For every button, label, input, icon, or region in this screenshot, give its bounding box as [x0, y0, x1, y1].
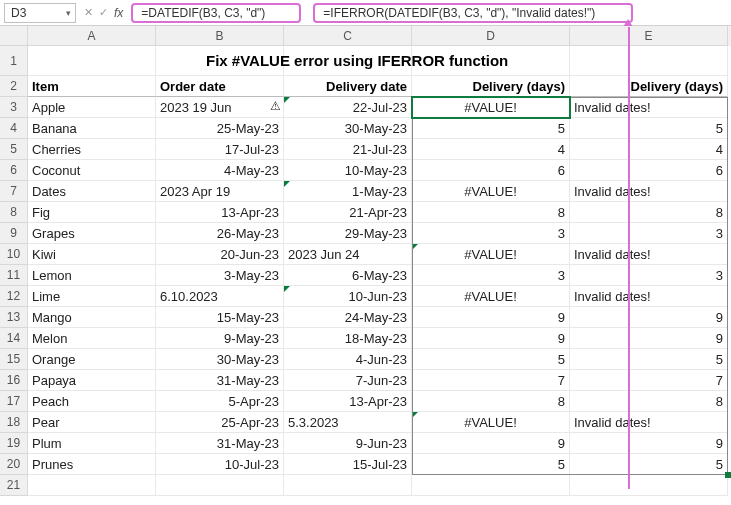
- cell-delivery-days-e[interactable]: 3: [570, 265, 728, 286]
- cell-delivery-date[interactable]: 29-May-23: [284, 223, 412, 244]
- row-header[interactable]: 7: [0, 181, 28, 202]
- cell-delivery-days-e[interactable]: 5: [570, 118, 728, 139]
- cell-item[interactable]: Fig: [28, 202, 156, 223]
- cell-delivery-days-d[interactable]: 5: [412, 349, 570, 370]
- cell-order-date[interactable]: [156, 475, 284, 496]
- cell-delivery-days-d[interactable]: #VALUE!: [412, 244, 570, 265]
- cell-item[interactable]: Orange: [28, 349, 156, 370]
- col-header-a[interactable]: A: [28, 26, 156, 46]
- cell-item[interactable]: Kiwi: [28, 244, 156, 265]
- col-header-e[interactable]: E: [570, 26, 728, 46]
- header-item[interactable]: Item: [28, 76, 156, 97]
- cell-delivery-date[interactable]: 24-May-23: [284, 307, 412, 328]
- cell-delivery-days-e[interactable]: [570, 475, 728, 496]
- row-header[interactable]: 18: [0, 412, 28, 433]
- cell-order-date[interactable]: 31-May-23: [156, 433, 284, 454]
- dropdown-icon[interactable]: ▾: [66, 8, 71, 18]
- cell-order-date[interactable]: 15-May-23: [156, 307, 284, 328]
- cell-delivery-days-d[interactable]: 9: [412, 328, 570, 349]
- cell-item[interactable]: Papaya: [28, 370, 156, 391]
- cell-delivery-days-e[interactable]: 6: [570, 160, 728, 181]
- row-header-2[interactable]: 2: [0, 76, 28, 97]
- row-header[interactable]: 19: [0, 433, 28, 454]
- cell-b1[interactable]: Fix #VALUE error using IFERROR function: [156, 46, 284, 76]
- cell-delivery-date[interactable]: 6-May-23: [284, 265, 412, 286]
- cancel-icon[interactable]: ✕: [84, 6, 93, 19]
- row-header[interactable]: 16: [0, 370, 28, 391]
- cell-delivery-days-e[interactable]: Invalid dates!: [570, 286, 728, 307]
- cell-order-date[interactable]: 4-May-23: [156, 160, 284, 181]
- header-delivery-days-d[interactable]: Delivery (days): [412, 76, 570, 97]
- cell-item[interactable]: Lime: [28, 286, 156, 307]
- cell-delivery-days-e[interactable]: 8: [570, 202, 728, 223]
- cell-order-date[interactable]: 26-May-23: [156, 223, 284, 244]
- cell-delivery-days-d[interactable]: #VALUE!: [412, 286, 570, 307]
- cell-delivery-days-e[interactable]: Invalid dates!: [570, 412, 728, 433]
- cell-delivery-date[interactable]: 2023 Jun 24: [284, 244, 412, 265]
- row-header[interactable]: 8: [0, 202, 28, 223]
- cell-delivery-days-d[interactable]: 9: [412, 433, 570, 454]
- cell-delivery-date[interactable]: 9-Jun-23: [284, 433, 412, 454]
- cell-item[interactable]: Melon: [28, 328, 156, 349]
- row-header[interactable]: 5: [0, 139, 28, 160]
- cell-order-date[interactable]: 13-Apr-23: [156, 202, 284, 223]
- cell-item[interactable]: Cherries: [28, 139, 156, 160]
- fx-icon[interactable]: fx: [114, 6, 123, 20]
- cell-delivery-days-d[interactable]: 5: [412, 454, 570, 475]
- cell-order-date[interactable]: 2023 Apr 19: [156, 181, 284, 202]
- cell-delivery-days-d[interactable]: 9: [412, 307, 570, 328]
- cell-delivery-date[interactable]: 10-May-23: [284, 160, 412, 181]
- cell-delivery-date[interactable]: 21-Jul-23: [284, 139, 412, 160]
- cell-delivery-date[interactable]: 21-Apr-23: [284, 202, 412, 223]
- cell-delivery-days-e[interactable]: Invalid dates!: [570, 97, 728, 118]
- cell-item[interactable]: Plum: [28, 433, 156, 454]
- cell-delivery-date[interactable]: 7-Jun-23: [284, 370, 412, 391]
- cell-delivery-days-d[interactable]: #VALUE!: [412, 97, 570, 118]
- name-box[interactable]: D3 ▾: [4, 3, 76, 23]
- cell-order-date[interactable]: 10-Jul-23: [156, 454, 284, 475]
- cell-item[interactable]: Lemon: [28, 265, 156, 286]
- cell-order-date[interactable]: 25-Apr-23: [156, 412, 284, 433]
- cell-order-date[interactable]: 31-May-23: [156, 370, 284, 391]
- row-header[interactable]: 10: [0, 244, 28, 265]
- col-header-c[interactable]: C: [284, 26, 412, 46]
- cell-delivery-days-e[interactable]: 9: [570, 328, 728, 349]
- header-delivery-days-e[interactable]: Delivery (days): [570, 76, 728, 97]
- enter-icon[interactable]: ✓: [99, 6, 108, 19]
- row-header[interactable]: 12: [0, 286, 28, 307]
- cell-delivery-days-e[interactable]: 5: [570, 454, 728, 475]
- row-header[interactable]: 17: [0, 391, 28, 412]
- cell-delivery-days-d[interactable]: 8: [412, 202, 570, 223]
- cell-delivery-date[interactable]: 1-May-23: [284, 181, 412, 202]
- cell-a1[interactable]: [28, 46, 156, 76]
- row-header[interactable]: 9: [0, 223, 28, 244]
- cell-item[interactable]: Prunes: [28, 454, 156, 475]
- row-header[interactable]: 3: [0, 97, 28, 118]
- cell-delivery-days-e[interactable]: 8: [570, 391, 728, 412]
- row-header[interactable]: 20: [0, 454, 28, 475]
- cell-delivery-days-d[interactable]: 6: [412, 160, 570, 181]
- cell-order-date[interactable]: 3-May-23: [156, 265, 284, 286]
- cell-item[interactable]: Dates: [28, 181, 156, 202]
- cell-order-date[interactable]: 30-May-23: [156, 349, 284, 370]
- cell-order-date[interactable]: 5-Apr-23: [156, 391, 284, 412]
- cell-delivery-days-e[interactable]: 4: [570, 139, 728, 160]
- header-delivery[interactable]: Delivery date: [284, 76, 412, 97]
- cell-delivery-days-d[interactable]: 3: [412, 223, 570, 244]
- cell-order-date[interactable]: 6.10.2023: [156, 286, 284, 307]
- cell-delivery-date[interactable]: [284, 475, 412, 496]
- cell-delivery-days-e[interactable]: 7: [570, 370, 728, 391]
- cell-delivery-date[interactable]: 13-Apr-23: [284, 391, 412, 412]
- cell-order-date[interactable]: 20-Jun-23: [156, 244, 284, 265]
- cell-delivery-days-e[interactable]: 9: [570, 433, 728, 454]
- cell-delivery-days-d[interactable]: #VALUE!: [412, 412, 570, 433]
- cell-delivery-days-d[interactable]: #VALUE!: [412, 181, 570, 202]
- cell-delivery-days-e[interactable]: Invalid dates!: [570, 244, 728, 265]
- cell-order-date[interactable]: 17-Jul-23: [156, 139, 284, 160]
- cell-item[interactable]: [28, 475, 156, 496]
- cell-e1[interactable]: [570, 46, 728, 76]
- cell-item[interactable]: Grapes: [28, 223, 156, 244]
- cell-item[interactable]: Mango: [28, 307, 156, 328]
- cell-order-date[interactable]: 2023 19 Jun: [156, 97, 284, 118]
- row-header[interactable]: 6: [0, 160, 28, 181]
